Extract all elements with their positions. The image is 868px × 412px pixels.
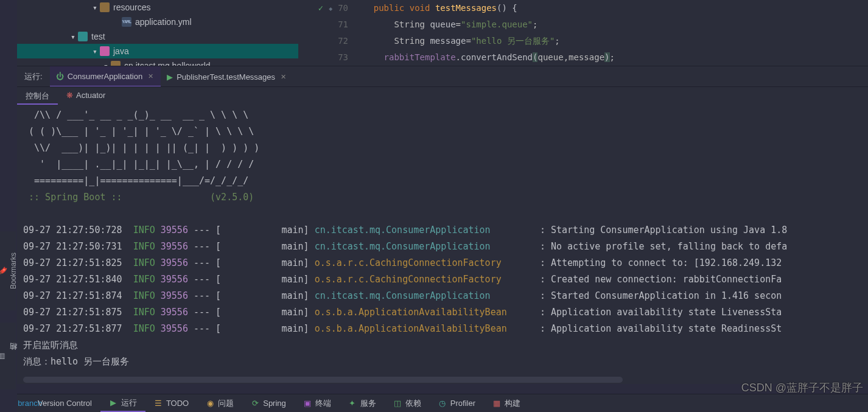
sidetool-structure[interactable]: ▤ 结构 [0, 323, 16, 389]
tree-item-label: application.yml [135, 17, 192, 27]
statusbar-label: 终端 [315, 398, 331, 409]
dependencies-icon: ◫ [393, 399, 402, 408]
status-bar: branchVersion Control▶运行☰TODO◉问题⟳Spring▣… [17, 394, 868, 412]
line-number[interactable]: 70 [338, 0, 348, 16]
run-icon: ▶ [109, 399, 117, 407]
statusbar-label: TODO [166, 399, 189, 408]
statusbar-label: 服务 [360, 398, 376, 409]
bookmark-icon: 🔖 [0, 267, 7, 275]
folder-icon [78, 32, 88, 41]
tree-item-application-yml[interactable]: YAMLapplication.yml [17, 15, 298, 29]
yaml-file-icon: YAML [122, 17, 131, 27]
statusbar-服务[interactable]: ✦服务 [340, 394, 385, 412]
statusbar-label: Profiler [450, 399, 475, 408]
todo-icon: ☰ [154, 399, 163, 408]
line-number[interactable]: 72 [338, 33, 348, 49]
run-sub-tabs: 控制台❋Actuator [17, 86, 868, 105]
sub-tab-label: Actuator [76, 91, 105, 100]
run-arrow-icon: ▶ [167, 72, 173, 82]
run-tab-label: ConsumerApplication [68, 72, 143, 81]
run-toolwindow-header: 运行: ⏻ConsumerApplication✕▶PublisherTest.… [17, 66, 868, 86]
statusbar-终端[interactable]: ▣终端 [295, 394, 340, 412]
run-label: 运行: [17, 71, 50, 82]
statusbar-label: 运行 [121, 397, 137, 408]
sidetool-bookmarks-label: Bookmarks [9, 253, 18, 289]
tree-item-label: resources [113, 2, 150, 12]
statusbar-label: 构建 [505, 398, 520, 409]
statusbar-运行[interactable]: ▶运行 [100, 394, 145, 412]
tree-item-resources[interactable]: ▾resources [17, 0, 298, 15]
sub-tab-Actuator[interactable]: ❋Actuator [58, 87, 114, 105]
chevron-down-icon[interactable] [112, 17, 122, 27]
statusbar-label: Version Control [38, 399, 92, 408]
statusbar-TODO[interactable]: ☰TODO [145, 394, 197, 412]
sub-tab-控制台[interactable]: 控制台 [17, 87, 58, 105]
editor-gutter: ✓⬥70717273 [298, 0, 353, 66]
tree-item-test[interactable]: ▾test [17, 29, 298, 44]
branch-icon: branch [26, 399, 34, 408]
editor-code[interactable]: public void testMessages() { String queu… [353, 0, 615, 66]
sub-tab-label: 控制台 [26, 91, 49, 100]
chevron-down-icon[interactable]: ▾ [68, 32, 78, 41]
run-power-icon: ⏻ [56, 72, 64, 81]
statusbar-label: 依赖 [405, 398, 421, 409]
structure-icon: ▤ [0, 352, 6, 360]
code-line[interactable]: public void testMessages() { [353, 0, 615, 16]
statusbar-Profiler[interactable]: ◷Profiler [430, 394, 484, 412]
statusbar-Version-Control[interactable]: branchVersion Control [17, 394, 100, 412]
run-tab-PublisherTest-testMessages[interactable]: ▶PublisherTest.testMessages✕ [161, 66, 293, 87]
services-icon: ✦ [348, 399, 357, 408]
folder-icon [100, 46, 110, 56]
chevron-down-icon[interactable]: ▾ [90, 2, 100, 12]
line-number[interactable]: 73 [338, 49, 348, 66]
statusbar-Spring[interactable]: ⟳Spring [242, 394, 295, 412]
statusbar-问题[interactable]: ◉问题 [197, 394, 242, 412]
code-line[interactable]: rabbitTemplate.convertAndSend(queue,mess… [353, 49, 615, 66]
problems-icon: ◉ [206, 399, 214, 408]
statusbar-依赖[interactable]: ◫依赖 [385, 394, 430, 412]
sidetool-bookmarks[interactable]: 🔖 Bookmarks [0, 231, 16, 310]
console-scrollbar[interactable] [23, 377, 623, 383]
gutter-diamond-icon[interactable]: ⬥ [328, 0, 333, 16]
run-gutter-icon[interactable]: ✓ [318, 0, 323, 16]
code-line[interactable]: String queue="simple.queue"; [353, 16, 615, 33]
build-icon: ▦ [492, 399, 501, 408]
code-editor[interactable]: ✓⬥70717273 public void testMessages() { … [298, 0, 868, 66]
line-number[interactable]: 71 [338, 16, 348, 33]
folder-icon [100, 2, 110, 12]
statusbar-label: Spring [263, 399, 286, 408]
close-icon[interactable]: ✕ [279, 72, 287, 81]
terminal-icon: ▣ [303, 399, 312, 408]
project-tree[interactable]: ▾resourcesYAMLapplication.yml▾test▾java▾… [17, 0, 298, 66]
profiler-icon: ◷ [438, 399, 447, 408]
console-output[interactable]: /\\ / ___'_ __ _ _(_)_ __ __ _ \ \ \ \ (… [17, 105, 868, 384]
run-tab-label: PublisherTest.testMessages [177, 72, 275, 82]
chevron-down-icon[interactable]: ▾ [90, 46, 100, 56]
tree-item-label: test [91, 32, 105, 41]
run-tab-ConsumerApplication[interactable]: ⏻ConsumerApplication✕ [50, 66, 161, 87]
statusbar-构建[interactable]: ▦构建 [484, 394, 529, 412]
statusbar-label: 问题 [218, 398, 234, 409]
tree-item-java[interactable]: ▾java [17, 44, 298, 58]
actuator-icon: ❋ [66, 91, 73, 100]
code-line[interactable]: String message="hello 另一台服务"; [353, 33, 615, 49]
tree-item-label: java [113, 46, 129, 56]
spring-icon: ⟳ [251, 399, 259, 408]
close-icon[interactable]: ✕ [146, 72, 155, 80]
